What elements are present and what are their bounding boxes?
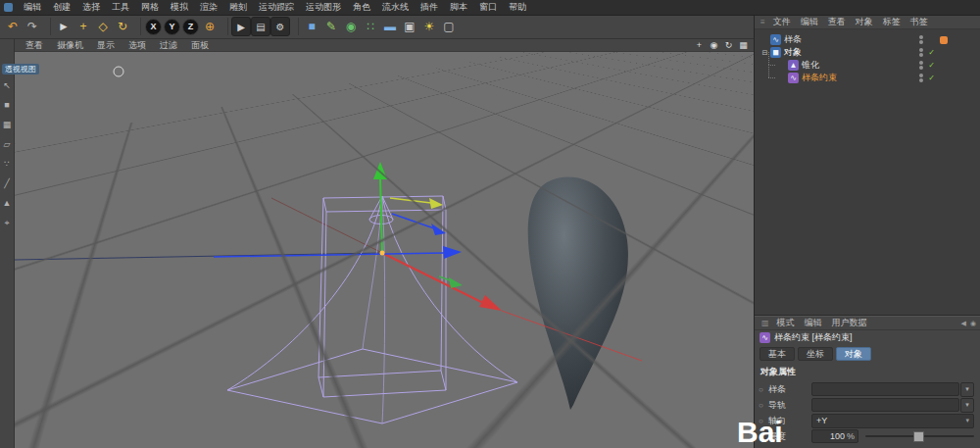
menubar-item[interactable]: 工具 [106, 0, 135, 15]
object-icon[interactable]: ∿ [788, 73, 799, 83]
origin-point[interactable] [380, 251, 385, 256]
menubar-item[interactable]: 雕刻 [223, 0, 253, 15]
object-name[interactable]: 对象 [784, 46, 802, 59]
link-picker-icon[interactable]: ▾ [960, 398, 974, 413]
dropdown-field[interactable]: +Y ▾ [811, 414, 974, 428]
light-icon[interactable]: ☀ [419, 17, 439, 36]
lock-y-axis-button[interactable]: Y [164, 19, 180, 35]
object-tree-row[interactable]: ▲ 锥化 ✓ [755, 59, 980, 72]
handle-arrow[interactable] [390, 198, 431, 203]
scale-tool-icon[interactable]: ◇ [93, 17, 113, 36]
object-manager-menu-item[interactable]: 查看 [823, 16, 851, 28]
texture-mode-icon[interactable]: ▦ [3, 120, 12, 129]
lock-x-axis-button[interactable]: X [145, 19, 162, 35]
visibility-toggles[interactable] [919, 48, 923, 57]
viewport-menu-item[interactable]: 查看 [19, 39, 50, 52]
model-mode-icon[interactable]: ■ [4, 100, 9, 110]
visibility-toggles[interactable] [919, 74, 923, 82]
floor-icon[interactable]: ▬ [380, 17, 400, 36]
object-manager-menu-item[interactable]: 编辑 [796, 16, 823, 28]
spline-pen-icon[interactable]: ✎ [321, 17, 341, 36]
undo-icon[interactable]: ↶ [3, 17, 23, 36]
horn-object[interactable] [528, 177, 628, 410]
attribute-tab[interactable]: 坐标 [798, 347, 833, 361]
edges-mode-icon[interactable]: ╱ [4, 178, 9, 188]
zoom-view-icon[interactable]: ◉ [709, 40, 719, 50]
object-manager-menu-item[interactable]: 对象 [851, 16, 878, 28]
rotate-view-icon[interactable]: ↻ [723, 40, 734, 50]
menubar-item[interactable]: 脚本 [444, 0, 473, 15]
attribute-tab[interactable]: 对象 [836, 347, 871, 361]
menubar-item[interactable]: 运动图形 [300, 0, 347, 15]
object-icon[interactable]: ▲ [788, 60, 799, 71]
number-input[interactable]: 100% [811, 429, 858, 443]
attribute-manager-menu-item[interactable]: 编辑 [800, 317, 827, 329]
visibility-toggles[interactable] [919, 35, 923, 44]
attribute-manager-menu-item[interactable]: 模式 [772, 317, 800, 329]
link-field[interactable]: ▾ [811, 382, 974, 397]
menubar-item[interactable]: 运动跟踪 [253, 0, 300, 15]
dock-arrow-icon[interactable]: ◀ [961, 320, 966, 327]
slider-track[interactable] [865, 435, 974, 437]
polygons-mode-icon[interactable]: ▲ [3, 198, 12, 208]
object-manager[interactable]: ∿ 样条 ✓ ⊟ ◼ 对象 ✓ [755, 29, 980, 316]
redo-icon[interactable]: ↷ [23, 17, 42, 36]
viewport-canvas[interactable] [15, 52, 754, 448]
lock-z-axis-button[interactable]: Z [182, 19, 199, 35]
object-name[interactable]: 样条 [784, 33, 802, 46]
x-axis-arrow[interactable] [382, 253, 483, 303]
menubar-item[interactable]: 编辑 [18, 0, 47, 15]
slider-knob[interactable] [913, 431, 924, 442]
workplane-icon[interactable]: ▱ [4, 139, 11, 149]
attribute-tab[interactable]: 基本 [760, 347, 795, 361]
object-tree-row[interactable]: ∿ 样条 ✓ [755, 33, 980, 46]
menubar-item[interactable]: 帮助 [503, 0, 532, 15]
menubar-item[interactable]: 网格 [135, 0, 165, 15]
enabled-checkmark[interactable]: ✓ [927, 74, 936, 82]
axis-mode-icon[interactable]: ⌖ [4, 218, 9, 227]
camera-icon[interactable]: ▣ [400, 17, 419, 36]
menubar-item[interactable]: 流水线 [376, 0, 415, 15]
link-field[interactable]: ▾ [811, 398, 974, 413]
coordinate-system-icon[interactable]: ⊕ [200, 17, 220, 36]
enabled-checkmark[interactable]: ✓ [927, 61, 936, 70]
viewport-menu-item[interactable]: 过滤 [153, 39, 184, 52]
object-manager-menu-item[interactable]: 标签 [878, 16, 906, 28]
viewport-menu-item[interactable]: 摄像机 [50, 39, 90, 52]
object-icon[interactable]: ◼ [770, 47, 781, 58]
render-settings-icon[interactable]: ⚙ [270, 17, 290, 36]
convert-icon[interactable]: ↖ [3, 80, 11, 90]
y-axis-arrow[interactable] [380, 177, 382, 253]
array-icon[interactable]: ∷ [361, 17, 380, 36]
panel-grip-icon[interactable]: ≡ [758, 18, 768, 26]
keyframe-circle[interactable]: ○ [759, 385, 768, 394]
render-view-icon[interactable]: ▶ [231, 17, 251, 36]
menubar-item[interactable]: 窗口 [473, 0, 503, 15]
pan-view-icon[interactable]: + [694, 40, 705, 50]
render-picture-viewer-icon[interactable]: ▤ [251, 17, 270, 36]
live-selection-icon[interactable]: ► [54, 17, 74, 36]
subdivision-surface-icon[interactable]: ◉ [341, 17, 361, 36]
object-name[interactable]: 样条约束 [802, 72, 837, 84]
object-icon[interactable]: ∿ [770, 34, 781, 45]
link-picker-icon[interactable]: ▾ [960, 382, 974, 397]
visibility-toggles[interactable] [919, 61, 923, 70]
object-manager-menu-item[interactable]: 文件 [768, 16, 796, 28]
points-mode-icon[interactable]: ∵ [4, 159, 10, 169]
toggle-views-icon[interactable]: ▦ [738, 40, 749, 50]
object-manager-menu-item[interactable]: 书签 [906, 16, 933, 28]
rotate-tool-icon[interactable]: ↻ [113, 17, 132, 36]
menubar-item[interactable]: 选择 [76, 0, 106, 15]
handle-arrow[interactable] [392, 214, 434, 228]
menubar-item[interactable]: 渲染 [194, 0, 223, 15]
viewport-menu-item[interactable]: 显示 [90, 39, 122, 52]
keyframe-circle[interactable]: ○ [759, 401, 768, 410]
menubar-item[interactable]: 插件 [415, 0, 444, 15]
move-tool-icon[interactable]: + [74, 17, 93, 36]
object-name[interactable]: 锥化 [802, 59, 819, 72]
viewport[interactable]: 查看摄像机显示选项过滤面板 +◉↻▦ [15, 39, 754, 448]
wireframe-cage[interactable] [227, 196, 517, 423]
lock-panel-icon[interactable]: ◉ [970, 320, 976, 327]
add-cube-icon[interactable]: ■ [302, 17, 321, 36]
viewport-menu-item[interactable]: 选项 [122, 39, 153, 52]
